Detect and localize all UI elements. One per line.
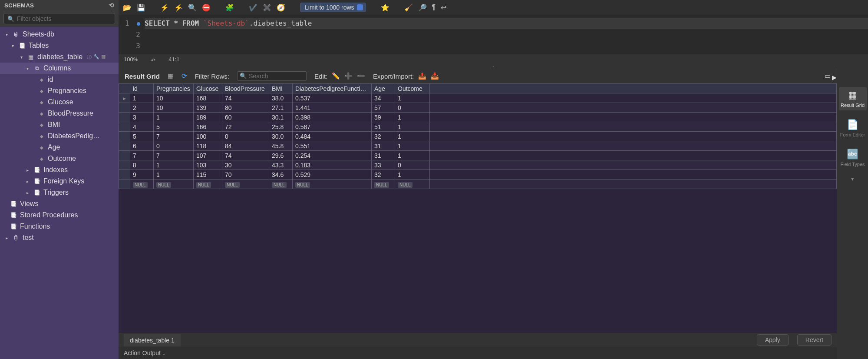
cell[interactable]: 1 [395,132,430,141]
toggle-autocommit-icon[interactable]: 🧩 [225,3,234,12]
table-row[interactable]: 771077429.60.254311 [119,151,837,160]
tree-table-diabetes[interactable]: ▾ diabetes_table ⓘ 🔧 ▦ [0,51,119,63]
tree-stored-procedures[interactable]: Stored Procedures [0,209,119,221]
export-icon[interactable]: 📤 [418,72,426,80]
filter-objects-input[interactable] [17,15,111,22]
cell[interactable]: 7 [154,132,194,141]
cell[interactable]: 1 [130,93,154,103]
cell[interactable]: 70 [222,170,269,180]
cell[interactable]: 4 [130,122,154,132]
refresh-result-icon[interactable]: ⟳ [182,72,187,80]
tree-fks[interactable]: ▸Foreign Keys [0,176,119,187]
grid-view-icon[interactable]: ▦ [168,72,174,80]
cell[interactable]: 1 [395,151,430,160]
cell-null[interactable]: NULL [269,180,293,189]
split-handle[interactable]: • [119,64,868,69]
table-row[interactable]: 311896030.10.398591 [119,113,837,122]
execute-icon[interactable]: ⚡ [160,3,169,12]
chevron-right-icon[interactable]: ▸ [24,179,30,184]
cell[interactable]: 31 [372,141,395,151]
tree-functions[interactable]: Functions [0,221,119,232]
cell[interactable]: 2 [130,103,154,113]
cell-null[interactable]: NULL [222,180,269,189]
favorite-icon[interactable]: ⭐ [381,3,389,12]
cell-null[interactable]: NULL [194,180,222,189]
filter-rows-input[interactable] [237,71,307,81]
chevron-down-icon[interactable]: ▾ [18,55,24,60]
row-selector[interactable] [119,103,130,113]
cell[interactable]: 30 [222,160,269,170]
cell[interactable]: 43.3 [269,160,293,170]
sql-editor[interactable]: 1 2 3 SELECT * FROM `Sheets-db`.diabetes… [119,15,868,54]
sidebar-search-box[interactable]: 🔍 [3,13,115,24]
table-row-null[interactable]: NULLNULLNULLNULLNULLNULLNULLNULL [119,180,837,189]
cell[interactable]: 7 [130,151,154,160]
delete-row-icon[interactable]: ➖ [357,72,365,80]
cell[interactable]: 72 [222,122,269,132]
chevron-down-icon[interactable]: ▾ [10,43,16,48]
cell[interactable]: 27.1 [269,103,293,113]
cell[interactable]: 7 [154,151,194,160]
row-selector[interactable] [119,132,130,141]
row-selector[interactable] [119,113,130,122]
tree-tables[interactable]: ▾ Tables [0,40,119,51]
cell[interactable]: 166 [194,122,222,132]
cell[interactable]: 0.551 [293,141,372,151]
cell[interactable]: 74 [222,93,269,103]
row-selector[interactable] [119,151,130,160]
cell[interactable]: 189 [194,113,222,122]
cell[interactable]: 107 [194,151,222,160]
cell-null[interactable]: NULL [395,180,430,189]
tree-db-test[interactable]: ▸test [0,232,119,243]
cell[interactable]: 100 [194,132,222,141]
cell[interactable]: 168 [194,93,222,103]
cell[interactable]: 31 [372,151,395,160]
table-row[interactable]: 451667225.80.587511 [119,122,837,132]
tree-column-bmi[interactable]: ◆BMI [0,119,119,130]
cell[interactable]: 30.1 [269,113,293,122]
dock-result-grid[interactable]: ▦ Result Grid [839,87,867,110]
action-output-select[interactable]: Action Output [124,349,165,356]
result-grid[interactable]: id Pregnancies Glucose BloodPressure BMI… [119,83,837,189]
rollback-icon[interactable]: ✖️ [263,3,271,12]
tree-views[interactable]: Views [0,198,119,209]
tree-columns[interactable]: ▾ Columns [0,63,119,74]
cell[interactable]: 5 [130,132,154,141]
info-icon[interactable]: ⓘ [87,54,92,60]
cell[interactable]: 51 [372,122,395,132]
cell[interactable]: 10 [154,93,194,103]
row-selector[interactable]: ▸ [119,93,130,103]
zoom-level[interactable]: 100% [124,56,138,63]
cell[interactable]: 1 [154,170,194,180]
editor-code[interactable]: SELECT * FROM `Sheets-db`.diabetes_table [145,15,868,54]
apply-button[interactable]: Apply [757,334,789,346]
table-row[interactable]: 2101398027.11.441570 [119,103,837,113]
row-selector-header[interactable] [119,84,130,93]
col-header-id[interactable]: id [130,84,154,93]
cell[interactable]: 0.529 [293,170,372,180]
cell[interactable]: 32 [372,170,395,180]
cell[interactable]: 0.537 [293,93,372,103]
tree-column-dpf[interactable]: ◆DiabetesPedig… [0,130,119,142]
cell-null[interactable]: NULL [130,180,154,189]
cell-null[interactable]: NULL [372,180,395,189]
cell[interactable]: 80 [222,103,269,113]
cell[interactable]: 0 [395,160,430,170]
col-header-dpf[interactable]: DiabetesPedigreeFuncti… [293,84,372,93]
cell[interactable]: 9 [130,170,154,180]
commit-icon[interactable]: ✔️ [249,3,257,12]
col-header-bloodpressure[interactable]: BloodPressure [222,84,269,93]
cell[interactable]: 5 [154,122,194,132]
result-tab-1[interactable]: diabetes_table 1 [124,334,181,346]
chevron-down-icon[interactable]: ▾ [3,32,10,37]
cell[interactable]: 74 [222,151,269,160]
cell[interactable]: 45.8 [269,141,293,151]
zoom-stepper-icon[interactable]: ▴▾ [151,57,155,62]
cell[interactable]: 0.484 [293,132,372,141]
cell[interactable]: 1 [395,141,430,151]
chevron-down-icon[interactable]: ▾ [24,66,30,71]
row-selector[interactable] [119,160,130,170]
expand-dock-icon[interactable]: ▶ [832,74,837,81]
cell[interactable]: 32 [372,132,395,141]
cell[interactable]: 10 [154,103,194,113]
